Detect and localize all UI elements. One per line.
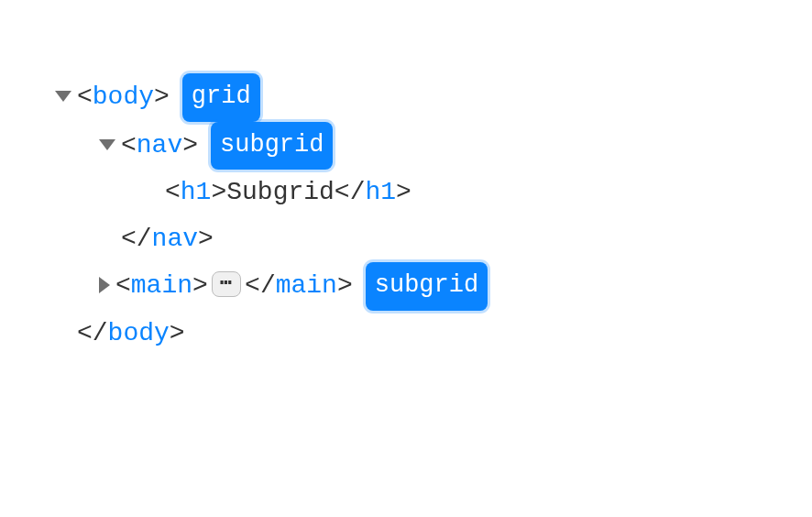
tag-name-nav: nav	[137, 123, 182, 169]
tree-row-body-open[interactable]: <body> grid	[55, 73, 775, 122]
layout-badge-subgrid[interactable]: subgrid	[366, 262, 488, 311]
disclosure-triangle-down-icon[interactable]	[99, 139, 115, 150]
angle-bracket: </	[245, 263, 276, 309]
disclosure-triangle-down-icon[interactable]	[55, 91, 71, 102]
angle-bracket: <	[115, 263, 131, 309]
tree-row-body-close[interactable]: </body>	[55, 311, 775, 357]
tag-name-main-close: main	[276, 263, 337, 309]
ellipsis-icon[interactable]: ⋯	[212, 271, 241, 297]
layout-badge-grid[interactable]: grid	[182, 73, 260, 122]
angle-bracket: >	[198, 216, 214, 262]
angle-bracket: </	[121, 216, 152, 262]
tag-name-main-open: main	[131, 263, 192, 309]
angle-bracket: >	[170, 311, 185, 357]
angle-bracket: >	[337, 263, 353, 309]
angle-bracket: <	[165, 170, 181, 215]
angle-bracket: >	[154, 74, 170, 120]
angle-bracket: >	[211, 170, 226, 215]
tree-row-main[interactable]: <main>⋯</main> subgrid	[55, 262, 775, 311]
angle-bracket: </	[77, 311, 108, 357]
angle-bracket: </	[335, 170, 366, 215]
tag-name-body-close: body	[108, 311, 170, 357]
tree-row-h1[interactable]: <h1>Subgrid</h1>	[55, 170, 775, 215]
tree-row-nav-close[interactable]: </nav>	[55, 216, 775, 262]
angle-bracket: >	[192, 263, 208, 309]
text-content-h1: Subgrid	[226, 170, 335, 215]
tag-name-nav-close: nav	[152, 216, 198, 262]
tree-row-nav-open[interactable]: <nav> subgrid	[55, 122, 775, 170]
angle-bracket: >	[182, 123, 198, 169]
angle-bracket: >	[396, 170, 411, 215]
layout-badge-subgrid[interactable]: subgrid	[211, 122, 333, 170]
tag-name-h1-close: h1	[365, 170, 396, 215]
disclosure-triangle-right-icon[interactable]	[99, 277, 110, 293]
tag-name-h1-open: h1	[181, 170, 212, 215]
angle-bracket: <	[121, 123, 137, 169]
tag-name-body: body	[93, 74, 154, 120]
angle-bracket: <	[77, 74, 93, 120]
